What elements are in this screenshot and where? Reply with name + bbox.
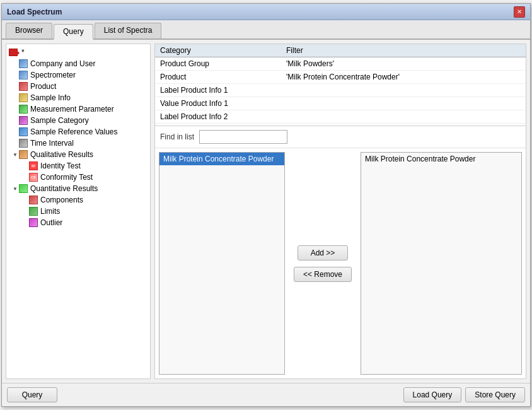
qual-expand-icon[interactable]: ▼ xyxy=(13,152,18,158)
filter-table: Category Filter Product Group 'Milk Powd… xyxy=(155,44,526,126)
qual-icon xyxy=(19,150,28,159)
filter-category-6: Value Product Info 2 xyxy=(155,124,281,127)
ref-values-label: Sample Reference Values xyxy=(30,127,118,136)
filter-category-2: Product xyxy=(155,71,281,84)
tree-item-components[interactable]: Components xyxy=(6,194,150,206)
source-list[interactable]: Milk Protein Concentrate Powder xyxy=(159,152,285,375)
content-area: * Company and User Spectrometer Product … xyxy=(2,40,530,383)
product-icon xyxy=(19,82,28,91)
filter-row-6[interactable]: Value Product Info 2 xyxy=(155,124,526,127)
filter-value-2: 'Milk Protein Concentrate Powder' xyxy=(281,71,526,84)
tree-item-measurement[interactable]: Measurement Parameter xyxy=(6,103,150,115)
quant-icon xyxy=(19,184,28,193)
tree-item-ref-values[interactable]: Sample Reference Values xyxy=(6,126,150,138)
tree-item-quant-results[interactable]: ▼ Quantitative Results xyxy=(6,183,150,194)
cat-icon xyxy=(19,116,28,125)
footer-right: Load Query Store Query xyxy=(403,387,525,402)
result-list[interactable]: Milk Protein Concentrate Powder xyxy=(361,152,522,375)
company-icon xyxy=(19,59,28,68)
quant-label: Quantitative Results xyxy=(30,184,98,193)
flag-icon xyxy=(9,49,18,56)
measurement-label: Measurement Parameter xyxy=(30,105,114,114)
col-category: Category xyxy=(155,44,281,57)
tab-list-of-spectra[interactable]: List of Spectra xyxy=(95,23,162,38)
filter-row-4[interactable]: Value Product Info 1 xyxy=(155,97,526,110)
outlier-label: Outlier xyxy=(40,218,62,227)
components-label: Components xyxy=(40,196,83,204)
company-label: Company and User xyxy=(30,59,95,68)
filter-value-6 xyxy=(281,124,526,127)
filter-row-3[interactable]: Label Product Info 1 xyxy=(155,84,526,97)
tree-item-outlier[interactable]: Outlier xyxy=(6,217,150,228)
conform-icon: CF xyxy=(29,173,38,182)
tree-item-sample-cat[interactable]: Sample Category xyxy=(6,115,150,126)
filter-row-2[interactable]: Product 'Milk Protein Concentrate Powder… xyxy=(155,71,526,84)
tree-item-sample-info[interactable]: Sample Info xyxy=(6,92,150,103)
tree-root[interactable]: * xyxy=(6,47,150,58)
tree-item-limits[interactable]: Limits xyxy=(6,206,150,217)
main-window: Load Spectrum ✕ Browser Query List of Sp… xyxy=(1,3,531,407)
limits-label: Limits xyxy=(40,207,60,216)
sample-cat-label: Sample Category xyxy=(30,116,89,125)
filter-category-4: Value Product Info 1 xyxy=(155,97,281,110)
quant-expand-icon[interactable]: ▼ xyxy=(13,186,18,192)
info-icon xyxy=(19,93,28,102)
ident-icon: ID xyxy=(29,161,38,170)
time-icon xyxy=(19,139,28,148)
tree-item-conformity[interactable]: CF Conformity Test xyxy=(6,172,150,183)
col-filter: Filter xyxy=(281,44,526,57)
outlier-icon xyxy=(29,218,38,227)
load-query-button[interactable]: Load Query xyxy=(403,387,462,402)
filter-value-5 xyxy=(281,110,526,124)
product-label: Product xyxy=(30,82,56,91)
sample-info-label: Sample Info xyxy=(30,93,71,102)
tree-item-product[interactable]: Product xyxy=(6,81,150,92)
measure-icon xyxy=(19,105,28,114)
find-input[interactable] xyxy=(199,130,287,144)
tree-root-label: * xyxy=(21,48,25,57)
spec-label: Spectrometer xyxy=(30,71,76,79)
window-title: Load Spectrum xyxy=(7,8,62,16)
time-label: Time Interval xyxy=(30,139,74,148)
source-list-item-0[interactable]: Milk Protein Concentrate Powder xyxy=(159,153,284,165)
filter-scroll-container[interactable]: Category Filter Product Group 'Milk Powd… xyxy=(155,44,526,126)
remove-button[interactable]: << Remove xyxy=(294,267,352,282)
qual-label: Qualitative Results xyxy=(30,150,93,159)
find-label: Find in list xyxy=(160,132,194,141)
tree-item-spectrometer[interactable]: Spectrometer xyxy=(6,69,150,81)
filter-value-4 xyxy=(281,97,526,110)
filter-value-1: 'Milk Powders' xyxy=(281,57,526,71)
tabs-bar: Browser Query List of Spectra xyxy=(2,20,530,40)
footer: Query Load Query Store Query xyxy=(2,383,530,406)
conformity-label: Conformity Test xyxy=(40,173,93,182)
ref-icon xyxy=(19,127,28,136)
spec-icon xyxy=(19,71,28,79)
filter-category-5: Label Product Info 2 xyxy=(155,110,281,124)
tab-browser[interactable]: Browser xyxy=(6,23,52,38)
comp-icon xyxy=(29,196,38,204)
identity-label: Identity Test xyxy=(40,161,81,170)
tree-item-company[interactable]: Company and User xyxy=(6,58,150,69)
right-panel: Category Filter Product Group 'Milk Powd… xyxy=(154,44,526,379)
footer-left: Query xyxy=(7,387,57,402)
filter-value-3 xyxy=(281,84,526,97)
result-list-item-0[interactable]: Milk Protein Concentrate Powder xyxy=(361,153,521,165)
filter-row-5[interactable]: Label Product Info 2 xyxy=(155,110,526,124)
store-query-button[interactable]: Store Query xyxy=(465,387,525,402)
filter-category-1: Product Group xyxy=(155,57,281,71)
tree-item-qual-results[interactable]: ▼ Qualitative Results xyxy=(6,149,150,160)
tab-query[interactable]: Query xyxy=(54,24,93,40)
query-button[interactable]: Query xyxy=(7,387,57,402)
buttons-middle: Add >> << Remove xyxy=(287,152,358,375)
find-row: Find in list xyxy=(155,126,526,148)
filter-category-3: Label Product Info 1 xyxy=(155,84,281,97)
add-button[interactable]: Add >> xyxy=(298,245,348,261)
limit-icon xyxy=(29,207,38,216)
title-bar: Load Spectrum ✕ xyxy=(2,4,530,20)
left-panel: * Company and User Spectrometer Product … xyxy=(6,44,151,379)
lists-area: Milk Protein Concentrate Powder Add >> <… xyxy=(155,148,526,378)
tree-item-identity[interactable]: ID Identity Test xyxy=(6,160,150,172)
close-button[interactable]: ✕ xyxy=(514,6,525,18)
filter-row-1[interactable]: Product Group 'Milk Powders' xyxy=(155,57,526,71)
tree-item-time[interactable]: Time Interval xyxy=(6,138,150,149)
